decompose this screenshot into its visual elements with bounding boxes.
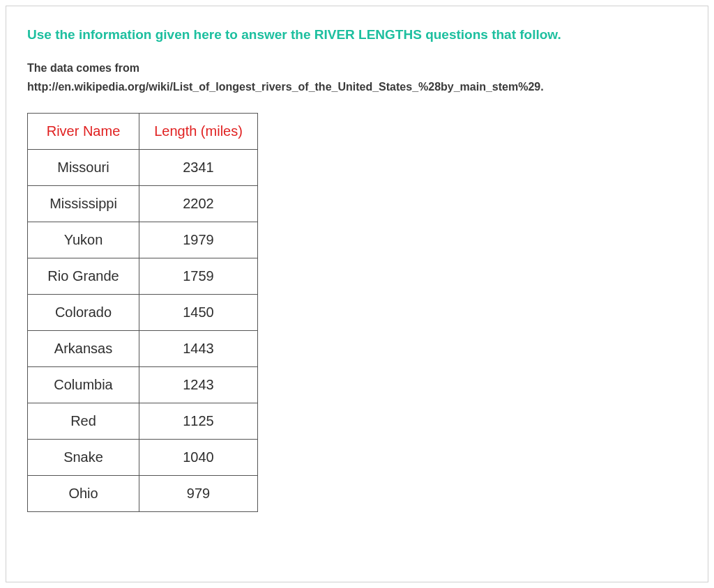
river-name-cell: Snake	[28, 439, 139, 475]
river-length-cell: 1125	[139, 403, 258, 439]
question-panel: Use the information given here to answer…	[6, 6, 708, 582]
table-row: Mississippi 2202	[28, 185, 258, 222]
river-name-cell: Red	[28, 403, 139, 439]
river-length-cell: 1040	[139, 439, 258, 475]
table-row: Rio Grande 1759	[28, 258, 258, 294]
river-name-cell: Yukon	[28, 222, 139, 258]
river-length-cell: 979	[139, 475, 258, 511]
table-body: Missouri 2341 Mississippi 2202 Yukon 197…	[28, 149, 258, 511]
instruction-text: Use the information given here to answer…	[27, 26, 687, 45]
table-header-row: River Name Length (miles)	[28, 113, 258, 149]
table-row: Yukon 1979	[28, 222, 258, 258]
table-row: Colorado 1450	[28, 294, 258, 330]
table-row: Columbia 1243	[28, 366, 258, 403]
source-intro-text: The data comes from	[27, 59, 687, 77]
river-length-cell: 1450	[139, 294, 258, 330]
table-row: Ohio 979	[28, 475, 258, 511]
source-url-text: http://en.wikipedia.org/wiki/List_of_lon…	[27, 77, 687, 96]
river-name-cell: Arkansas	[28, 330, 139, 366]
river-name-cell: Ohio	[28, 475, 139, 511]
river-name-cell: Colorado	[28, 294, 139, 330]
table-row: Missouri 2341	[28, 149, 258, 185]
table-row: Arkansas 1443	[28, 330, 258, 366]
header-length: Length (miles)	[139, 113, 258, 149]
header-river-name: River Name	[28, 113, 139, 149]
river-name-cell: Columbia	[28, 366, 139, 403]
river-length-cell: 1443	[139, 330, 258, 366]
river-name-cell: Mississippi	[28, 185, 139, 222]
river-name-cell: Rio Grande	[28, 258, 139, 294]
river-lengths-table: River Name Length (miles) Missouri 2341 …	[27, 113, 258, 512]
river-length-cell: 1759	[139, 258, 258, 294]
river-length-cell: 1979	[139, 222, 258, 258]
river-length-cell: 1243	[139, 366, 258, 403]
table-row: Snake 1040	[28, 439, 258, 475]
river-length-cell: 2341	[139, 149, 258, 185]
table-row: Red 1125	[28, 403, 258, 439]
river-name-cell: Missouri	[28, 149, 139, 185]
river-length-cell: 2202	[139, 185, 258, 222]
